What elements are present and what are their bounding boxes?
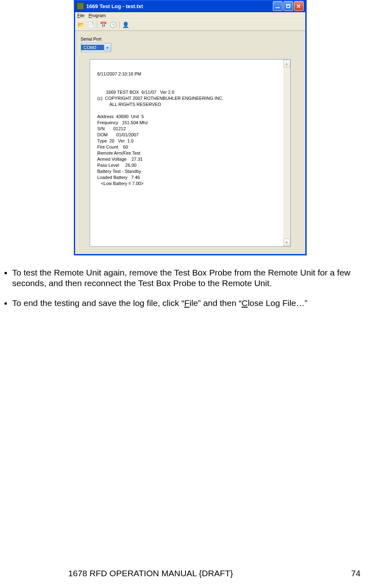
vertical-scrollbar[interactable]: ▲ ▼ xyxy=(283,60,290,246)
minimize-icon xyxy=(276,7,280,8)
app-window: 1669 Test Log - test.txt ✕ File Program … xyxy=(74,0,307,255)
log-line: ALL RIGHTS RESERVED xyxy=(97,102,161,107)
toolbar-separator xyxy=(119,21,120,28)
log-line: Battery Test - Standby xyxy=(97,169,141,174)
instruction-text: To end the testing and save the log file… xyxy=(12,298,184,308)
scroll-down-icon[interactable]: ▼ xyxy=(283,239,290,246)
underlined-letter: C xyxy=(242,298,248,308)
instruction-item: To end the testing and save the log file… xyxy=(12,298,368,308)
serial-port-label: Serial Port xyxy=(81,37,300,41)
log-line: Frequency 151.504 Mhz xyxy=(97,120,148,125)
menubar: File Program xyxy=(75,12,305,19)
titlebar[interactable]: 1669 Test Log - test.txt ✕ xyxy=(75,0,305,12)
footer-title: 1678 RFD OPERATION MANUAL {DRAFT} xyxy=(68,569,233,578)
log-line: Loaded Battery 7.46 xyxy=(97,175,140,180)
toolbar: 📂 📄 📅 🕒 👤 xyxy=(75,19,305,31)
close-icon: ✕ xyxy=(296,4,301,9)
page-footer: 1678 RFD OPERATION MANUAL {DRAFT} 74 xyxy=(0,569,380,578)
menu-program[interactable]: Program xyxy=(89,13,106,18)
instruction-list: To test the Remote Unit again, remove th… xyxy=(0,267,380,308)
serial-port-value: COM2 xyxy=(81,45,104,50)
log-line: <Low Battery = 7.00> xyxy=(97,181,144,186)
log-timestamp: 6/11/2007 2:10:18 PM xyxy=(97,71,141,76)
instruction-text: lose Log File…” xyxy=(248,298,307,308)
log-pane: 6/11/2007 2:10:18 PM 1669 TEST BOX 6/11/… xyxy=(90,59,291,247)
log-text: 6/11/2007 2:10:18 PM 1669 TEST BOX 6/11/… xyxy=(90,60,290,187)
serial-port-combo[interactable]: COM2 ▾ xyxy=(81,43,111,52)
close-button[interactable]: ✕ xyxy=(294,1,304,11)
minimize-button[interactable] xyxy=(273,1,283,11)
log-line: DOM 01/01/2007 xyxy=(97,132,139,137)
scroll-up-icon[interactable]: ▲ xyxy=(283,60,290,67)
page-number: 74 xyxy=(351,569,361,578)
log-line: Fire Count 60 xyxy=(97,144,128,149)
log-line: Pass Level 26.00 xyxy=(97,163,137,168)
log-line: 1669 TEST BOX 6/11/07 Ver 2.0 xyxy=(97,90,175,95)
log-line: Type 20 Ver 1.0 xyxy=(97,138,134,143)
window-body: Serial Port COM2 ▾ 6/11/2007 2:10:18 PM … xyxy=(75,31,305,254)
log-line: Address 43690 Unit 5 xyxy=(97,114,144,119)
maximize-button[interactable] xyxy=(283,1,293,11)
dropdown-icon[interactable]: ▾ xyxy=(104,44,111,51)
clock-icon[interactable]: 🕒 xyxy=(110,21,117,28)
open-folder-icon[interactable]: 📂 xyxy=(78,21,85,28)
new-file-icon[interactable]: 📄 xyxy=(87,21,95,28)
app-icon xyxy=(77,2,84,10)
calendar-icon[interactable]: 📅 xyxy=(100,21,107,28)
instruction-text: ile” and then “ xyxy=(190,298,242,308)
toolbar-separator xyxy=(97,21,97,28)
menu-file[interactable]: File xyxy=(78,13,85,18)
instruction-item: To test the Remote Unit again, remove th… xyxy=(12,267,368,289)
log-line: Remote Arm/Fire Test xyxy=(97,151,140,155)
maximize-icon xyxy=(286,4,290,8)
log-line: S/N 01212 xyxy=(97,126,126,131)
window-title: 1669 Test Log - test.txt xyxy=(86,3,273,9)
user-icon[interactable]: 👤 xyxy=(122,21,130,28)
log-line: (c) COPYRIGHT 2007 ROTHENBUHLER ENGINEER… xyxy=(97,96,224,101)
log-line: Armed Voltage 27.31 xyxy=(97,157,143,162)
underlined-letter: F xyxy=(184,298,190,308)
instruction-text: To test the Remote Unit again, remove th… xyxy=(12,268,350,288)
